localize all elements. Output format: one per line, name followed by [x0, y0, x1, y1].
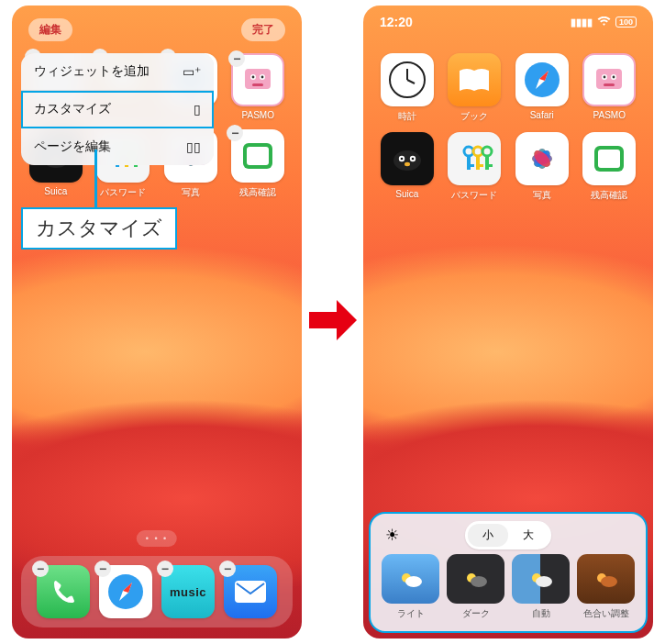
icon-size-toggle[interactable]: 小 大: [465, 521, 551, 550]
menu-label: ページを編集: [34, 139, 111, 155]
dock-safari[interactable]: −: [99, 565, 152, 618]
status-bar: 12:20 ▮▮▮▮ 100: [363, 6, 653, 39]
svg-point-83: [536, 576, 552, 587]
app-safari[interactable]: Safari: [511, 53, 573, 123]
svg-rect-77: [598, 150, 620, 168]
svg-point-9: [252, 76, 255, 79]
svg-point-85: [601, 576, 617, 587]
panel-top: ☀︎ 小 大: [382, 521, 635, 549]
dock: − − −music −: [21, 556, 293, 627]
remove-badge[interactable]: −: [94, 561, 111, 577]
page-indicator[interactable]: • • •: [137, 530, 177, 547]
dock-phone[interactable]: −: [37, 565, 90, 618]
theme-label: 色合い調整: [583, 607, 629, 620]
svg-rect-52: [604, 83, 615, 86]
theme-light[interactable]: ライト: [382, 554, 439, 620]
phone-left: 編集 完了 − − −fari −PASMO −Suica −パスワード −写真…: [12, 6, 302, 638]
svg-point-56: [400, 158, 403, 161]
edit-button[interactable]: 編集: [28, 18, 72, 41]
svg-point-50: [604, 76, 606, 79]
app-label: パスワード: [100, 186, 146, 199]
svg-point-53: [393, 150, 421, 171]
battery-icon: 100: [615, 17, 637, 28]
app-pasmo[interactable]: −PASMO: [227, 53, 290, 120]
wifi-icon: [597, 17, 611, 28]
svg-rect-36: [247, 147, 269, 165]
dock-mail[interactable]: −: [224, 565, 277, 618]
app-balance[interactable]: −残高確認: [227, 129, 290, 199]
app-balance[interactable]: 残高確認: [579, 132, 641, 202]
theme-label: 自動: [532, 607, 550, 620]
svg-point-58: [405, 162, 410, 166]
widget-icon: ▭⁺: [183, 64, 201, 79]
phone-right: 12:20 ▮▮▮▮ 100 時計 ブック Safari PASMO Suica…: [363, 6, 653, 638]
callout-customize: カスタマイズ: [21, 207, 177, 250]
svg-rect-11: [252, 83, 263, 86]
app-suica[interactable]: Suica: [376, 132, 438, 202]
app-label: パスワード: [451, 189, 497, 202]
svg-rect-66: [485, 155, 489, 170]
theme-auto[interactable]: 自動: [512, 554, 570, 620]
svg-point-79: [405, 576, 422, 587]
app-label: 写真: [182, 186, 200, 199]
app-grid: 時計 ブック Safari PASMO Suica パスワード 写真 残高確認: [363, 53, 653, 202]
remove-badge[interactable]: −: [32, 561, 49, 577]
music-text: music: [170, 585, 206, 599]
menu-add-widget[interactable]: ウィジェットを追加▭⁺: [21, 53, 214, 91]
app-label: 残高確認: [591, 189, 627, 202]
app-label: Safari: [530, 110, 554, 120]
phone-icon: ▯: [194, 102, 201, 117]
context-menu: ウィジェットを追加▭⁺ カスタマイズ▯ ページを編集▯▯: [21, 53, 214, 165]
theme-label: ライト: [397, 607, 425, 620]
app-pasmo[interactable]: PASMO: [579, 53, 641, 123]
svg-point-81: [471, 576, 487, 587]
app-photos[interactable]: 写真: [511, 132, 573, 202]
size-large[interactable]: 大: [508, 524, 549, 547]
app-label: PASMO: [593, 110, 626, 120]
app-label: Suica: [395, 189, 418, 199]
svg-point-57: [411, 158, 414, 161]
menu-label: カスタマイズ: [34, 101, 111, 117]
app-label: 残高確認: [239, 186, 276, 199]
app-label: Suica: [44, 186, 67, 196]
theme-row: ライト ダーク 自動 色合い調整: [382, 554, 635, 620]
customize-panel: ☀︎ 小 大 ライト ダーク 自動 色合い調整: [369, 512, 648, 633]
brightness-icon[interactable]: ☀︎: [385, 526, 399, 545]
status-right: ▮▮▮▮ 100: [571, 17, 637, 28]
svg-rect-67: [485, 164, 493, 167]
signal-icon: ▮▮▮▮: [571, 17, 593, 28]
svg-rect-63: [476, 155, 480, 170]
svg-rect-61: [467, 164, 474, 167]
size-small[interactable]: 小: [468, 524, 508, 547]
theme-label: ダーク: [462, 607, 490, 620]
remove-badge[interactable]: −: [157, 561, 173, 577]
menu-edit-pages[interactable]: ページを編集▯▯: [21, 128, 214, 165]
app-clock[interactable]: 時計: [376, 53, 438, 123]
theme-dark[interactable]: ダーク: [447, 554, 504, 620]
remove-badge[interactable]: −: [219, 561, 236, 577]
app-passwords[interactable]: パスワード: [444, 132, 506, 202]
menu-customize[interactable]: カスタマイズ▯: [21, 91, 214, 128]
pages-icon: ▯▯: [186, 139, 201, 154]
menu-label: ウィジェットを追加: [34, 63, 150, 80]
arrow-icon: [307, 296, 359, 348]
svg-rect-64: [476, 164, 483, 167]
status-time: 12:20: [380, 15, 413, 29]
app-label: ブック: [460, 110, 488, 123]
app-label: PASMO: [242, 110, 274, 120]
dock-music[interactable]: −music: [161, 565, 215, 618]
app-label: 写真: [533, 189, 551, 202]
theme-tint[interactable]: 色合い調整: [577, 554, 635, 620]
svg-point-65: [482, 147, 492, 156]
app-books[interactable]: ブック: [444, 53, 506, 123]
svg-rect-60: [467, 155, 471, 170]
app-label: 時計: [398, 110, 416, 123]
svg-point-10: [261, 76, 264, 79]
svg-rect-40: [235, 581, 266, 603]
callout-line: [94, 150, 97, 209]
done-button[interactable]: 完了: [241, 18, 285, 41]
svg-point-51: [613, 76, 615, 79]
